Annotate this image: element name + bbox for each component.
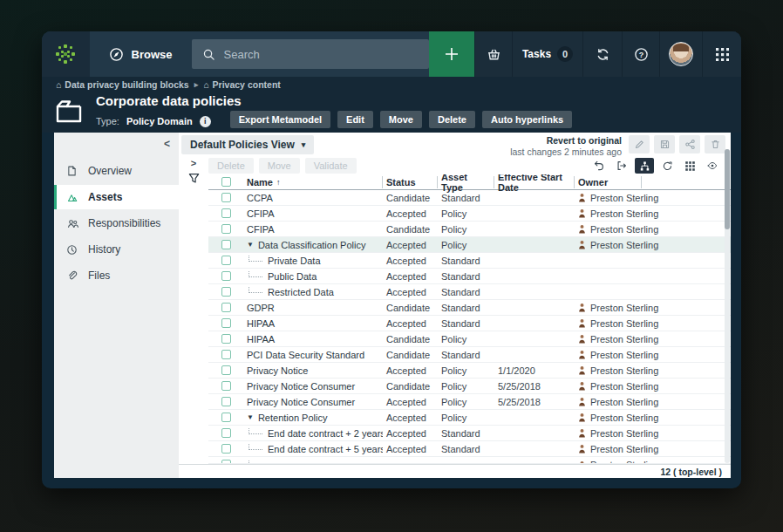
table-row[interactable]: CFIPACandidatePolicyPreston Sterling <box>208 222 731 237</box>
row-checkbox[interactable] <box>221 303 231 312</box>
column-header-asset-type[interactable]: Asset Type <box>438 176 494 188</box>
filter-icon[interactable] <box>187 172 201 185</box>
search-bar[interactable] <box>192 39 429 69</box>
table-row[interactable]: End date contract + 2 yearsAcceptedStand… <box>208 426 731 441</box>
breadcrumb-item[interactable]: ⌂Data privacy building blocks <box>56 79 189 90</box>
sidebar-item-overview[interactable]: Overview <box>54 159 179 183</box>
row-checkbox[interactable] <box>221 397 231 406</box>
tree-view-button[interactable] <box>635 158 654 174</box>
table-row[interactable]: ▼Data Classification PolicyAcceptedPolic… <box>208 237 731 253</box>
row-checkbox[interactable] <box>221 240 231 249</box>
sync-button[interactable] <box>583 31 622 77</box>
asset-name-cell: CFIPA <box>243 208 383 219</box>
grid-view-button[interactable] <box>680 158 699 174</box>
export-button[interactable] <box>612 158 631 174</box>
table-row[interactable]: Privacy Notice ConsumerCandidatePolicy5/… <box>208 379 731 394</box>
table-row[interactable]: Restricted DataAcceptedStandard <box>208 284 731 300</box>
edit-view-button[interactable] <box>629 135 650 153</box>
table-row[interactable]: Privacy NoticeAcceptedPolicy1/1/2020Pres… <box>208 363 731 379</box>
toolbar-button-move[interactable]: Move <box>259 158 300 174</box>
asset-type-cell: Standard <box>438 318 494 329</box>
row-checkbox[interactable] <box>221 365 231 375</box>
column-header-status[interactable]: Status <box>383 176 438 188</box>
preview-button[interactable] <box>703 158 722 174</box>
create-button[interactable] <box>429 31 474 77</box>
table-row[interactable]: PCI Data Security StandardCandidateStand… <box>208 347 731 363</box>
expand-panel-icon[interactable]: > <box>191 158 196 168</box>
row-checkbox[interactable] <box>221 413 231 422</box>
sidebar-item-files[interactable]: Files <box>54 263 179 288</box>
revert-to-original[interactable]: Revert to original last changes 2 minute… <box>510 135 622 158</box>
help-button[interactable]: ? <box>623 31 659 77</box>
tasks-button[interactable]: Tasks 0 <box>513 31 582 77</box>
browse-button[interactable]: Browse <box>90 31 192 77</box>
user-menu-button[interactable] <box>660 31 702 77</box>
refresh-button[interactable] <box>657 158 677 174</box>
table-row[interactable]: End date contract + 5 yearsAcceptedStand… <box>208 441 731 457</box>
table-row[interactable]: Public DataAcceptedStandard <box>208 269 731 284</box>
search-input[interactable] <box>224 48 419 61</box>
sidebar-item-history[interactable]: History <box>54 237 179 262</box>
table-row[interactable]: Private DataAcceptedStandard <box>208 253 731 269</box>
sidebar-collapse-icon[interactable]: < <box>164 138 170 150</box>
sidebar-item-assets[interactable]: Assets <box>54 185 179 209</box>
header-button-auto-hyperlinks[interactable]: Auto hyperlinks <box>482 111 572 128</box>
collapse-row-icon[interactable]: ▼ <box>247 413 254 421</box>
collapse-row-icon[interactable]: ▼ <box>247 241 254 249</box>
row-checkbox[interactable] <box>221 334 231 344</box>
undo-button[interactable] <box>589 158 609 174</box>
scrollbar-thumb[interactable] <box>725 149 730 229</box>
column-header-owner[interactable]: Owner <box>575 176 642 188</box>
column-header-effective-start-date[interactable]: Effective Start Date <box>494 176 575 188</box>
toolbar-button-delete[interactable]: Delete <box>208 158 254 174</box>
row-checkbox[interactable] <box>221 256 231 265</box>
header-button-export-metamodel[interactable]: Export Metamodel <box>230 111 330 128</box>
table-row[interactable]: GDPRCandidateStandardPreston Sterling <box>208 300 731 316</box>
row-checkbox[interactable] <box>221 224 231 234</box>
row-checkbox[interactable] <box>221 350 231 359</box>
row-checkbox[interactable] <box>221 287 231 297</box>
delete-view-button[interactable] <box>705 135 725 153</box>
row-checkbox[interactable] <box>221 381 231 391</box>
asset-name: HIPAA <box>247 318 275 329</box>
hierarchy-icon <box>639 160 650 172</box>
header-button-delete[interactable]: Delete <box>429 111 475 128</box>
table-row[interactable]: HIPAAAcceptedStandardPreston Sterling <box>208 316 731 331</box>
sidebar-item-responsibilities[interactable]: Responsibilities <box>54 211 179 235</box>
tasks-count-badge: 0 <box>557 46 573 62</box>
table-row[interactable]: Preston Sterling <box>208 457 731 464</box>
view-dropdown[interactable]: Default Policies View ▾ <box>181 135 314 154</box>
column-header-name[interactable]: Name↑ <box>243 176 383 188</box>
row-checkbox[interactable] <box>221 208 231 218</box>
share-view-button[interactable] <box>679 135 700 153</box>
asset-name: PCI Data Security Standard <box>247 350 364 360</box>
owner-cell: Preston Sterling <box>575 208 642 219</box>
row-checkbox[interactable] <box>221 428 231 438</box>
info-icon[interactable]: i <box>200 116 211 127</box>
breadcrumb-item[interactable]: ⌂Privacy content <box>203 79 281 90</box>
effective-start-date-cell: 5/25/2018 <box>494 381 575 392</box>
select-all-checkbox[interactable] <box>221 177 231 187</box>
asset-type-cell: Policy <box>438 365 494 376</box>
row-checkbox[interactable] <box>221 271 231 281</box>
apps-button[interactable] <box>703 31 741 77</box>
toolbar-button-validate[interactable]: Validate <box>305 158 357 174</box>
save-view-button[interactable] <box>654 135 675 153</box>
asset-name-cell: HIPAA <box>243 334 383 344</box>
effective-start-date-cell: 1/1/2020 <box>494 365 575 376</box>
row-checkbox[interactable] <box>221 318 231 328</box>
table-row[interactable]: CCPACandidateStandardPreston Sterling <box>208 190 731 206</box>
table-row[interactable]: CFIPAAcceptedPolicyPreston Sterling <box>208 206 731 222</box>
asset-name-cell: End date contract + 5 years <box>243 444 383 454</box>
row-checkbox[interactable] <box>221 193 231 202</box>
table-row[interactable]: ▼Retention PolicyAcceptedPolicyPreston S… <box>208 410 731 426</box>
asset-type-cell: Policy <box>438 413 494 423</box>
share-icon <box>684 139 696 150</box>
row-checkbox[interactable] <box>221 444 231 454</box>
basket-button[interactable] <box>475 31 512 77</box>
owner-name: Preston Sterling <box>590 318 658 329</box>
header-button-edit[interactable]: Edit <box>337 111 373 128</box>
table-row[interactable]: Privacy Notice ConsumerAcceptedPolicy5/2… <box>208 394 731 410</box>
header-button-move[interactable]: Move <box>380 111 422 128</box>
table-row[interactable]: HIPAACandidatePolicyPreston Sterling <box>208 331 731 347</box>
